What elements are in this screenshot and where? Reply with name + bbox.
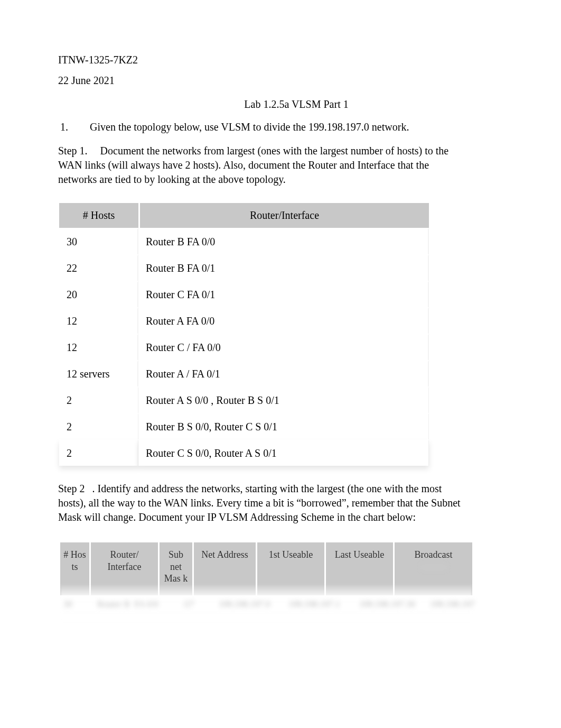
th-router-interface: Router/Interface: [138, 201, 429, 228]
cell-ri: Router A S 0/0 , Router B S 0/1: [138, 386, 429, 413]
cell-hosts: 30: [59, 228, 138, 254]
cell: .: [256, 595, 324, 626]
step-2: Step 2. Identify and address the network…: [58, 482, 492, 524]
th2-net: Net Address: [192, 542, 256, 595]
cell-hosts: 20: [59, 281, 138, 307]
table-row: 2 Router B S 0/0, Router C S 0/1: [59, 413, 429, 439]
cell-hosts: 2: [59, 439, 138, 466]
cell: .: [393, 595, 472, 626]
question-1: 1.Given the topology below, use VLSM to …: [58, 120, 492, 134]
cell-ri: Router A / FA 0/1: [138, 360, 429, 386]
cell-hosts: 12 servers: [59, 360, 138, 386]
cell-ri: Router B FA 0/1: [138, 254, 429, 281]
cell: .: [60, 595, 89, 626]
step1-label: Step 1.: [58, 145, 88, 156]
th2-ri: Router/ Interface: [89, 542, 158, 595]
table-row: 2 Router A S 0/0 , Router B S 0/1: [59, 386, 429, 413]
addressing-table: # Hos ts Router/ Interface Sub net Mas k…: [60, 542, 472, 626]
course-code: ITNW-1325-7KZ2: [58, 53, 492, 67]
addressing-table-wrap: # Hos ts Router/ Interface Sub net Mas k…: [60, 542, 472, 626]
th2-mask: Sub net Mas k: [158, 542, 192, 595]
cell-hosts: 22: [59, 254, 138, 281]
table-row: 12 Router C / FA 0/0: [59, 334, 429, 360]
cell-ri: Router B FA 0/0: [138, 228, 429, 254]
step-1: Step 1.Document the networks from larges…: [58, 144, 492, 187]
cell-ri: Router C / FA 0/0: [138, 334, 429, 360]
th2-hosts: # Hos ts: [60, 542, 89, 595]
cell-hosts: 2: [59, 413, 138, 439]
redacted-label: [420, 564, 447, 571]
table-row: 22 Router B FA 0/1: [59, 254, 429, 281]
table-row: 12 servers Router A / FA 0/1: [59, 360, 429, 386]
th-hosts: # Hosts: [59, 201, 138, 228]
cell-ri: Router C S 0/0, Router A S 0/1: [138, 439, 429, 466]
step2-label: Step 2: [58, 483, 85, 494]
q1-number: 1.: [75, 120, 90, 134]
cell-ri: Router B S 0/0, Router C S 0/1: [138, 413, 429, 439]
hosts-table: # Hosts Router/Interface 30 Router B FA …: [59, 201, 429, 466]
step1-text: Document the networks from largest (ones…: [58, 145, 448, 185]
cell-ri: Router C FA 0/1: [138, 281, 429, 307]
table-row: . . . . . . .: [60, 595, 472, 626]
document-date: 22 June 2021: [58, 73, 492, 88]
table-row: 2 Router C S 0/0, Router A S 0/1: [59, 439, 429, 466]
cell: .: [158, 595, 192, 626]
th2-last: Last Useable: [324, 542, 393, 595]
step2-text: . Identify and address the networks, sta…: [58, 483, 461, 523]
table-row: 12 Router A FA 0/0: [59, 307, 429, 334]
cell: .: [89, 595, 158, 626]
cell: .: [192, 595, 256, 626]
th2-first: 1st Useable: [256, 542, 324, 595]
cell-ri: Router A FA 0/0: [138, 307, 429, 334]
table-row: 30 Router B FA 0/0: [59, 228, 429, 254]
cell-hosts: 2: [59, 386, 138, 413]
cell: .: [324, 595, 393, 626]
table-row: 20 Router C FA 0/1: [59, 281, 429, 307]
cell-hosts: 12: [59, 307, 138, 334]
q1-text: Given the topology below, use VLSM to di…: [90, 121, 409, 133]
th2-bcast: Broadcast: [393, 542, 472, 595]
page-title: Lab 1.2.5a VLSM Part 1: [58, 97, 492, 112]
cell-hosts: 12: [59, 334, 138, 360]
